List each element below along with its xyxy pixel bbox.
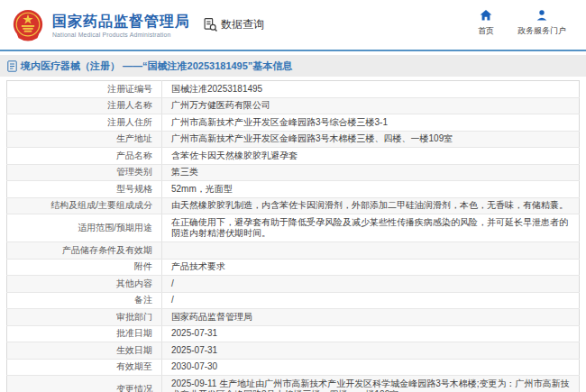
row-value: 2030-07-30 [162,359,580,376]
row-value: 52mm，光面型 [162,181,580,198]
table-row: 有效期至2030-07-30 [7,359,580,376]
doc-search-icon [203,17,218,32]
nav-home[interactable]: 首页 [478,9,494,37]
row-label: 变更情况 [7,376,162,392]
row-value: 2025-09-11 生产地址由广州市高新技术产业开发区科学城金峰园路3号木棉楼… [162,376,580,392]
row-label: 型号规格 [7,181,162,198]
row-label: 其他内容 [7,276,162,293]
row-label: 产品储存条件及有效期 [7,242,162,260]
row-label: 批准日期 [7,325,162,342]
header: 国家药品监督管理局 National Medical Products Admi… [0,0,586,51]
data-query-label: 数据查询 [221,17,264,32]
table-row: 附件产品技术要求 [7,259,580,276]
row-label: 备注 [7,292,162,309]
row-label: 结构及组成/主要组成成分 [7,197,162,214]
org-name: 国家药品监督管理局 [52,13,190,30]
table-row: 生效日期2025-07-31 [7,342,580,360]
row-value: 广州万方健医药有限公司 [162,97,580,114]
nav-home-label: 首页 [478,25,494,37]
table-row: 生产地址广州市高新技术产业开发区金峰园路3号木棉楼三楼、四楼、一楼109室 [7,131,580,148]
header-nav: 首页 政务服务门户 [478,9,566,37]
registration-info-table-wrap: 注册证编号国械注准20253181495注册人名称广州万方健医药有限公司注册人住… [6,80,580,392]
row-label: 注册人住所 [7,114,162,132]
data-query-link[interactable]: 数据查询 [203,17,264,32]
row-value: / [162,276,580,293]
row-label: 有效期至 [7,359,162,376]
table-row: 结构及组成/主要组成成分由天然橡胶胶乳制造，内含苯佐卡因润滑剂，外部添加二甲硅油… [7,197,580,214]
row-value: 在正确使用下，避孕套有助于降低受孕风险及减少某些性传播疾病感染的风险，并可延长早… [162,214,580,242]
breadcrumb: 境内医疗器械（注册） ——“国械注准20253181495”基本信息 [0,55,586,77]
table-row: 审批部门国家药品监督管理局 [7,309,580,326]
row-value: 含苯佐卡因天然橡胶胶乳避孕套 [162,148,580,165]
row-value: 由天然橡胶胶乳制造，内含苯佐卡因润滑剂，外部添加二甲硅油润滑剂，本色，无香味，有… [162,197,580,214]
row-label: 生产地址 [7,131,162,148]
row-label: 生效日期 [7,342,162,360]
row-value: 2025-07-31 [162,342,580,360]
table-row: 产品储存条件及有效期 [7,242,580,260]
row-value: 广州市高新技术产业开发区金峰园路3号综合楼三楼3-1 [162,114,580,132]
row-label: 管理类别 [7,164,162,181]
row-label: 产品名称 [7,148,162,165]
document-icon [7,60,17,72]
row-value: 国家药品监督管理局 [162,309,580,326]
user-icon [536,9,548,22]
row-value: 广州市高新技术产业开发区金峰园路3号木棉楼三楼、四楼、一楼109室 [162,131,580,148]
breadcrumb-text: 境内医疗器械（注册） ——“国械注准20253181495”基本信息 [21,59,292,73]
table-row: 管理类别第三类 [7,164,580,181]
registration-info-table: 注册证编号国械注准20253181495注册人名称广州万方健医药有限公司注册人住… [6,80,580,392]
table-row: 批准日期2025-07-31 [7,325,580,342]
row-value: 国械注准20253181495 [162,81,580,98]
nav-portal[interactable]: 政务服务门户 [517,9,566,37]
row-label: 适用范围/预期用途 [7,214,162,242]
row-value: 产品技术要求 [162,259,580,276]
nav-portal-label: 政务服务门户 [517,25,566,37]
table-row: 其他内容/ [7,276,580,293]
org-name-en: National Medical Products Administration [52,32,190,38]
row-label: 附件 [7,259,162,276]
row-value [162,242,580,260]
row-value: 2025-07-31 [162,325,580,342]
org-title-block: 国家药品监督管理局 National Medical Products Admi… [52,13,190,38]
home-icon [480,9,492,22]
table-row: 注册证编号国械注准20253181495 [7,81,580,98]
table-row: 产品名称含苯佐卡因天然橡胶胶乳避孕套 [7,148,580,165]
table-row: 适用范围/预期用途在正确使用下，避孕套有助于降低受孕风险及减少某些性传播疾病感染… [7,214,580,242]
table-row: 备注/ [7,292,580,309]
national-emblem-icon[interactable] [11,8,45,42]
row-label: 审批部门 [7,309,162,326]
table-row: 型号规格52mm，光面型 [7,181,580,198]
row-label: 注册人名称 [7,97,162,114]
row-label: 注册证编号 [7,81,162,98]
row-value: / [162,292,580,309]
table-row: 变更情况2025-09-11 生产地址由广州市高新技术产业开发区科学城金峰园路3… [7,376,580,392]
table-row: 注册人名称广州万方健医药有限公司 [7,97,580,114]
table-row: 注册人住所广州市高新技术产业开发区金峰园路3号综合楼三楼3-1 [7,114,580,132]
row-value: 第三类 [162,164,580,181]
